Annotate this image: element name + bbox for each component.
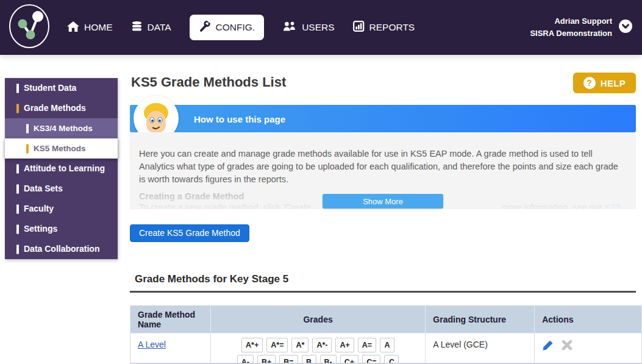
nav-users[interactable]: USERS <box>282 21 334 34</box>
grade-chip: A+ <box>335 338 354 352</box>
col-header-grading-structure: Grading Structure <box>426 306 535 334</box>
sidebar-item-label: KS3/4 Methods <box>34 124 93 133</box>
item-marker-bar <box>16 244 19 254</box>
create-ks5-grade-method-button[interactable]: Create KS5 Grade Method <box>130 224 249 242</box>
grade-method-name-cell: A Level <box>130 334 211 364</box>
molecule-network-logo[interactable] <box>7 2 51 52</box>
chevron-down-circle-icon[interactable] <box>619 20 632 35</box>
user-organisation: SISRA Demonstration <box>530 27 612 40</box>
config-sidebar: Student Data Grade Methods KS3/4 Methods… <box>5 78 118 259</box>
table-row: A Level A*+A*=A*A*-A+A=A A-B+B=BB-C+C=C … <box>130 334 642 364</box>
grade-method-link[interactable]: A Level <box>138 340 166 349</box>
sidebar-item-label: Student Data <box>24 83 76 93</box>
grade-chip: A <box>380 338 394 352</box>
help-button[interactable]: ? HELP <box>573 73 636 93</box>
grades-line-1: A*+A*=A*A*-A+A=A <box>213 337 423 354</box>
nav-home[interactable]: HOME <box>67 21 113 34</box>
section-title: Grade Methods for Key Stage 5 <box>135 273 288 285</box>
item-marker-bar <box>16 164 19 173</box>
delete-button[interactable] <box>562 340 572 352</box>
faded-line-right: more information, see our KS5 - <box>501 202 627 209</box>
bar-chart-icon <box>353 21 365 34</box>
grade-methods-table: Grade Method Name Grades Grading Structu… <box>130 305 642 364</box>
grading-structure-cell: A Level (GCE) <box>426 334 535 364</box>
sidebar-item-label: Data Collaboration <box>24 244 99 254</box>
grade-chip: A*= <box>266 338 288 352</box>
sidebar-item-label: Attitude to Learning <box>24 163 105 173</box>
users-icon <box>282 21 297 34</box>
top-navigation-bar: HOME DATA <box>0 0 642 55</box>
col-header-actions: Actions <box>535 306 642 334</box>
ks5-link-fragment[interactable]: KS5 - <box>605 202 627 209</box>
help-button-label: HELP <box>601 78 626 88</box>
user-account-text: Adrian Support SISRA Demonstration <box>530 15 612 40</box>
grade-chip: A*- <box>312 338 332 352</box>
edit-button[interactable] <box>542 340 554 353</box>
col-header-grade-method-name: Grade Method Name <box>130 306 211 334</box>
show-more-button[interactable]: Show More <box>323 194 443 209</box>
nav-data-label: DATA <box>148 22 171 33</box>
nav-config-label: CONFIG. <box>216 22 255 33</box>
nav-reports[interactable]: REPORTS <box>353 21 415 34</box>
question-mark-icon: ? <box>583 77 596 89</box>
grades-cell: A*+A*=A*A*-A+A=A A-B+B=BB-C+C=C <box>210 334 425 364</box>
sidebar-item-grade-methods[interactable]: Grade Methods <box>5 98 118 118</box>
actions-cell <box>535 334 642 364</box>
item-marker-bar <box>16 204 19 213</box>
sidebar-item-settings[interactable]: Settings <box>5 219 118 239</box>
nav-users-label: USERS <box>302 22 334 33</box>
table-header-row: Grade Method Name Grades Grading Structu… <box>130 306 642 334</box>
item-marker-bar <box>16 184 19 193</box>
home-icon <box>67 21 79 34</box>
sidebar-item-label: Settings <box>24 224 57 234</box>
sidebar-item-data-collaboration[interactable]: Data Collaboration <box>5 239 118 259</box>
item-marker-bar <box>16 84 19 93</box>
item-marker-bar <box>16 104 19 113</box>
sidebar-item-student-data[interactable]: Student Data <box>5 78 118 98</box>
user-account-menu[interactable]: Adrian Support SISRA Demonstration <box>530 15 632 40</box>
grade-chip: A*+ <box>241 338 263 352</box>
item-marker-bar <box>16 224 19 234</box>
faded-line-left: To create a new grade method, click 'Cre… <box>139 202 311 209</box>
nav-data[interactable]: DATA <box>131 21 171 34</box>
grade-chip: A= <box>358 338 376 352</box>
nav-reports-label: REPORTS <box>369 22 415 33</box>
sidebar-item-label: Data Sets <box>24 184 63 193</box>
pencil-icon <box>542 344 554 353</box>
sidebar-item-attitude-to-learning[interactable]: Attitude to Learning <box>5 159 118 179</box>
nav-config[interactable]: CONFIG. <box>190 15 265 40</box>
user-name: Adrian Support <box>530 15 612 27</box>
sidebar-item-faculty[interactable]: Faculty <box>5 199 118 219</box>
sidebar-item-ks34-methods[interactable]: KS3/4 Methods <box>5 118 118 138</box>
nav-home-label: HOME <box>84 22 113 33</box>
sidebar-item-ks5-methods[interactable]: KS5 Methods <box>5 138 118 159</box>
wrench-icon <box>199 20 211 35</box>
main-nav: HOME DATA <box>67 15 415 40</box>
page: HOME DATA <box>0 0 642 364</box>
item-marker-bar <box>26 124 29 133</box>
sidebar-item-data-sets[interactable]: Data Sets <box>5 179 118 199</box>
intro-paragraph: Here you can create and manage grade met… <box>139 148 627 186</box>
section-divider <box>130 291 636 293</box>
col-header-grades: Grades <box>210 306 425 334</box>
x-icon <box>562 343 572 352</box>
grade-chip: A* <box>291 338 309 352</box>
sidebar-item-label: Faculty <box>24 204 54 213</box>
how-to-banner: How to use this page <box>130 105 636 132</box>
grade-methods-submenu: KS3/4 Methods KS5 Methods <box>5 118 118 159</box>
grading-structure-value: A Level (GCE) <box>433 340 487 349</box>
item-marker-bar <box>26 144 29 153</box>
database-icon <box>131 21 143 34</box>
sidebar-item-label: Grade Methods <box>24 103 86 113</box>
sidebar-item-label: KS5 Methods <box>34 144 86 153</box>
banner-title: How to use this page <box>194 113 285 124</box>
page-title: KS5 Grade Methods List <box>131 74 286 90</box>
